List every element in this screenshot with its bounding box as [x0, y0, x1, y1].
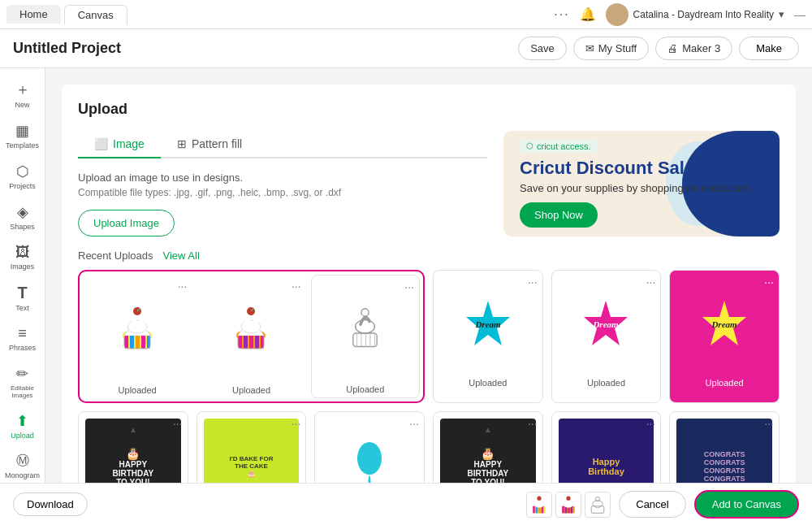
sidebar-item-shapes[interactable]: ◈ Shapes	[2, 198, 43, 236]
cupcake-svg-2	[227, 303, 275, 356]
sidebar-item-monogram[interactable]: Ⓜ Monogram	[2, 448, 43, 483]
selected-group: ···	[78, 270, 425, 403]
header-actions: Save ✉ My Stuff 🖨 Maker 3 Make	[518, 37, 799, 60]
add-to-canvas-button[interactable]: Add to Canvas	[694, 490, 799, 518]
card-image-dream3: Dream	[676, 277, 772, 373]
envelope-icon: ✉	[585, 42, 594, 54]
make-button[interactable]: Make	[739, 37, 799, 60]
image-card-cup2[interactable]: ···	[197, 275, 305, 398]
tab-image[interactable]: ⬜ Image	[78, 131, 161, 158]
ad-subtitle: Save on your supplies by shopping on cri…	[520, 182, 752, 194]
top-nav-right: ··· 🔔 Catalina - Daydream Into Reality ▾…	[554, 3, 806, 26]
tab-home[interactable]: Home	[6, 5, 61, 24]
more-options-icon[interactable]: ···	[292, 417, 301, 430]
image-card-cup1[interactable]: ···	[83, 275, 192, 398]
image-card-dream2[interactable]: ··· Dream Uploaded	[551, 270, 662, 403]
save-button[interactable]: Save	[518, 37, 567, 60]
view-all-link[interactable]: View All	[163, 249, 200, 262]
shop-now-button[interactable]: Shop Now	[520, 202, 598, 228]
svg-rect-39	[533, 505, 535, 513]
phrases-icon: ≡	[18, 325, 27, 342]
lime-card: I'D BAKE FORTHE CAKE🎂	[204, 419, 300, 483]
more-options-icon[interactable]: ···	[409, 417, 419, 430]
image-card-balloon1[interactable]: ···	[314, 411, 425, 483]
sidebar-item-templates[interactable]: ▦ Templates	[2, 117, 43, 154]
templates-icon: ▦	[15, 122, 29, 140]
cricut-logo-icon: ⬡	[526, 141, 533, 150]
more-options-icon[interactable]: ···	[178, 280, 188, 293]
window-minimize-icon[interactable]: —	[794, 8, 806, 21]
sidebar-item-images[interactable]: 🖼 Images	[2, 239, 43, 276]
dream-yellow-star-svg: Dream	[696, 297, 753, 354]
more-options-icon[interactable]: ···	[764, 417, 774, 430]
sidebar-item-text[interactable]: T Text	[2, 279, 43, 317]
more-options-icon[interactable]: ···	[646, 276, 656, 289]
image-card-dream3[interactable]: ··· Dream Uploaded	[669, 270, 780, 403]
download-button[interactable]: Download	[13, 492, 88, 516]
bottom-bar: Download	[0, 483, 812, 525]
more-options-icon[interactable]: ···	[764, 276, 774, 289]
image-card-lime1[interactable]: ··· I'D BAKE FORTHE CAKE🎂	[197, 411, 307, 483]
upload-title: Upload	[78, 101, 780, 118]
more-options-icon[interactable]: ···	[173, 417, 183, 430]
tab-canvas[interactable]: Canvas	[64, 5, 127, 24]
svg-point-50	[564, 500, 573, 507]
image-card-cup3[interactable]: ···	[311, 275, 420, 398]
svg-rect-2	[124, 334, 128, 349]
image-card-bday1[interactable]: ··· ▲ 🎂 HAPPYBIRTHDAYTO YOU!	[78, 411, 188, 483]
ad-logo: ⬡ cricut access.	[520, 140, 752, 153]
pattern-tab-icon: ⊞	[177, 137, 187, 150]
image-card-dream1[interactable]: ··· Dream Uploaded	[433, 270, 543, 403]
svg-point-44	[538, 496, 542, 500]
ad-banner: ⬡ cricut access. Cricut Discount Sales! …	[503, 131, 780, 236]
more-icon[interactable]: ···	[554, 7, 569, 22]
svg-point-43	[534, 500, 544, 507]
editable-images-icon: ✏	[16, 365, 28, 383]
card-label-dream2: Uploaded	[559, 378, 654, 388]
dream-pink-star-svg: Dream	[577, 297, 634, 354]
svg-rect-16	[255, 334, 259, 349]
upload-tabs: ⬜ Image ⊞ Pattern fill	[78, 131, 487, 158]
sidebar-item-phrases[interactable]: ≡ Phrases	[2, 320, 43, 357]
tab-pattern-fill[interactable]: ⊞ Pattern fill	[161, 131, 258, 157]
svg-rect-15	[249, 334, 253, 349]
main-layout: ＋ New ▦ Templates ⬡ Projects ◈ Shapes 🖼 …	[0, 68, 812, 483]
upload-section: Upload ⬜ Image ⊞ Pattern fill	[62, 85, 796, 483]
upload-image-button[interactable]: Upload Image	[78, 210, 175, 236]
sidebar-item-new[interactable]: ＋ New	[2, 75, 43, 114]
image-card-navy1[interactable]: ··· CONGRATSCONGRATSCONGRATSCONGRATS	[669, 411, 780, 483]
new-icon: ＋	[15, 80, 30, 99]
chevron-down-icon[interactable]: ▾	[779, 8, 784, 20]
svg-rect-13	[238, 334, 242, 349]
bell-icon[interactable]: 🔔	[580, 7, 596, 22]
mini-thumb-2[interactable]	[555, 492, 581, 518]
more-options-icon[interactable]: ···	[404, 280, 414, 293]
maker-button[interactable]: 🖨 Maker 3	[655, 37, 732, 60]
cupcake-svg-1	[113, 303, 162, 356]
file-types-text: Compatible file types: .jpg, .gif, .png,…	[78, 187, 487, 198]
svg-text:Dream: Dream	[474, 319, 501, 329]
mini-thumb-3[interactable]	[585, 492, 611, 518]
recent-uploads-header: Recent Uploads View All	[78, 249, 780, 262]
image-grid-row1: ···	[78, 270, 780, 403]
sidebar-item-upload[interactable]: ⬆ Upload	[2, 407, 43, 445]
image-card-gold1[interactable]: ··· HappyBirthday	[551, 411, 662, 483]
mini-thumb-1[interactable]	[526, 492, 552, 518]
more-options-icon[interactable]: ···	[528, 417, 538, 430]
images-icon: 🖼	[15, 244, 30, 261]
dream-blue-star-svg: Dream	[460, 297, 516, 354]
more-options-icon[interactable]: ···	[292, 280, 301, 293]
avatar[interactable]	[606, 3, 628, 26]
more-options-icon[interactable]: ···	[528, 276, 538, 289]
my-stuff-button[interactable]: ✉ My Stuff	[573, 37, 649, 60]
mini-previews	[526, 492, 611, 518]
text-icon: T	[17, 284, 27, 302]
more-options-icon[interactable]: ···	[646, 417, 656, 430]
image-card-bday2[interactable]: ··· ▲ 🎂 HAPPYBIRTHDAYTO YOU!	[433, 411, 543, 483]
card-image-lime1: I'D BAKE FORTHE CAKE🎂	[204, 419, 300, 483]
svg-text:Dream: Dream	[711, 319, 738, 329]
sidebar-item-editable-images[interactable]: ✏ Editable Images	[2, 360, 43, 404]
sidebar-item-projects[interactable]: ⬡ Projects	[2, 158, 43, 195]
cancel-button[interactable]: Cancel	[619, 491, 685, 518]
card-image-balloon1	[322, 419, 417, 483]
